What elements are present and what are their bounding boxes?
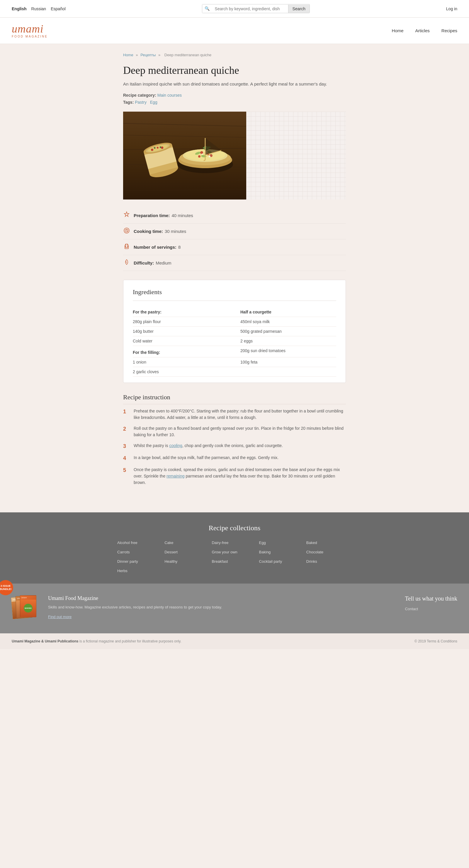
nav-articles[interactable]: Articles [415,28,430,33]
instruction-steps: 1 Preheat the oven to 400°F/200°C. Start… [123,408,346,486]
bottom-bar: Umami Magazine & Umami Publications is a… [0,633,469,649]
step-num-5: 5 [123,466,129,486]
collection-drinks[interactable]: Drinks [306,558,352,565]
collection-cocktail-party[interactable]: Cocktail party [259,558,304,565]
collection-baked[interactable]: Baked [306,539,352,547]
step-num-2: 2 [123,425,129,438]
step-text-3: Whilst the pastry is cooling, chop and g… [134,442,283,450]
search-form: 🔍 Search [202,4,310,13]
ing-soya-milk: 450ml soya milk [235,317,336,327]
ingredients-divider [133,301,336,301]
category-label: Recipe category: [123,93,156,98]
recipe-stats: Preparation time: 40 minutes Cooking tim… [123,208,346,271]
ing-pastry-header-left: For the pastry: [133,306,235,317]
language-selector: English Russian Español [12,6,66,11]
ing-garlic: 2 garlic cloves [133,367,235,377]
collection-herbs[interactable]: Herbs [117,567,163,575]
top-bar: English Russian Español 🔍 Search Log in [0,0,469,18]
step-text-2: Roll out the pastry on a floured board a… [134,425,346,438]
ing-parmesan: 500g grated parmesan [235,327,336,336]
stat-difficulty: Difficulty: Medium [123,255,346,271]
magazine-covers: umami umami umami BAKING 3 ISSUE [12,595,41,622]
collection-cake[interactable]: Cake [165,539,210,547]
footer-copyright: © 2019 Terms & Conditions [414,639,457,643]
step-1: 1 Preheat the oven to 400°F/200°C. Start… [123,408,346,421]
lang-russian[interactable]: Russian [31,6,46,11]
magazine-info: umami umami umami BAKING 3 ISSUE [12,595,393,622]
magazine-description: Skills and know-how. Magazine exclusive … [48,604,393,611]
collection-carrots[interactable]: Carrots [117,548,163,556]
breadcrumb-current: Deep mediterranean quiche [165,53,211,57]
collection-grow-your-own[interactable]: Grow your own [212,548,257,556]
svg-point-32 [202,154,203,155]
difficulty-label: Difficulty: [134,260,154,266]
ing-onion: 1 onion [133,358,235,367]
collection-dinner-party[interactable]: Dinner party [117,558,163,565]
breadcrumb-home[interactable]: Home [123,53,134,57]
logo[interactable]: umami FOOD MAGAZINE [12,23,48,38]
collection-breakfast[interactable]: Breakfast [212,558,257,565]
collection-chocolate[interactable]: Chocolate [306,548,352,556]
breadcrumb-parent[interactable]: Рецепты [140,53,156,57]
step-3: 3 Whilst the pastry is cooling, chop and… [123,442,346,450]
difficulty-value: Medium [156,260,171,266]
lang-espanol[interactable]: Español [51,6,66,11]
ingredients-box: Ingredients For the pastry: Half a courg… [123,280,346,383]
collection-baking[interactable]: Baking [259,548,304,556]
tags-label: Tags: [123,100,134,104]
collection-healthy[interactable]: Healthy [165,558,210,565]
cooling-link[interactable]: cooling [169,443,182,448]
svg-point-33 [209,156,210,157]
contact-link[interactable]: Contact [405,607,418,611]
collection-dairy-free[interactable]: Dairy-free [212,539,257,547]
recipe-tags: Tags: Pastry Egg [123,100,346,104]
ingredients-title: Ingredients [133,288,336,296]
ing-feta: 100g feta [235,358,336,367]
collection-alcohol-free[interactable]: Alcohol free [117,539,163,547]
difficulty-icon [123,259,134,267]
magazine-text: Umami Food Magazine Skills and know-how.… [48,595,393,619]
cover-book-3: umami BAKING [20,595,36,617]
collections-title: Recipe collections [12,524,457,532]
nav-links: Home Articles Recipes [392,28,457,33]
nav-recipes[interactable]: Recipes [441,28,457,33]
ing-empty [235,367,336,377]
search-button[interactable]: Search [288,5,310,13]
category-link[interactable]: Main courses [157,93,182,98]
magazine-name: Umami Food Magazine [48,595,393,601]
tag-pastry[interactable]: Pastry [135,100,147,104]
ingredients-grid: For the pastry: Half a courgette 280g pl… [133,306,336,377]
ing-flour: 280g plain flour [133,317,235,327]
step-5: 5 Once the pastry is cooked, spread the … [123,466,346,486]
step-text-1: Preheat the oven to 400°F/200°C. Startin… [134,408,346,421]
prep-time-value: 40 minutes [172,213,193,218]
login-area: Log in [446,6,457,11]
collection-egg[interactable]: Egg [259,539,304,547]
tell-us-section: Tell us what you think Contact [405,595,457,611]
svg-point-29 [198,155,201,158]
instruction-section: Recipe instruction 1 Preheat the oven to… [123,394,346,486]
ing-filling-header: For the filling: [133,346,235,358]
lang-english[interactable]: English [12,6,27,11]
logo-text: umami [12,23,43,34]
instruction-title: Recipe instruction [123,394,346,404]
ing-pastry-header-right: Half a courgette [235,306,336,317]
login-link[interactable]: Log in [446,6,457,11]
tag-egg[interactable]: Egg [150,100,157,104]
find-out-more-link[interactable]: Find out more [48,615,71,619]
footer-left: Umami Magazine & Umami Publications is a… [12,639,181,643]
collections-grid: Alcohol free Cake Dairy-free Egg Baked C… [117,539,352,575]
search-input[interactable] [212,5,288,13]
ing-water: Cold water [133,336,235,346]
step-num-1: 1 [123,408,129,421]
collection-dessert[interactable]: Dessert [165,548,210,556]
recipe-description: An Italian inspired quiche with sun drie… [123,81,346,88]
search-icon: 🔍 [202,4,212,13]
cook-time-label: Cooking time: [134,229,163,234]
remaining-link[interactable]: remaining [167,474,184,478]
stat-cook-time: Cooking time: 30 minutes [123,223,346,239]
bundle-badge: 3 ISSUE BUNDLE! [0,580,13,595]
logo-sub: FOOD MAGAZINE [12,35,48,38]
nav-home[interactable]: Home [392,28,404,33]
step-text-4: In a large bowl, add the soya milk, half… [134,454,279,462]
